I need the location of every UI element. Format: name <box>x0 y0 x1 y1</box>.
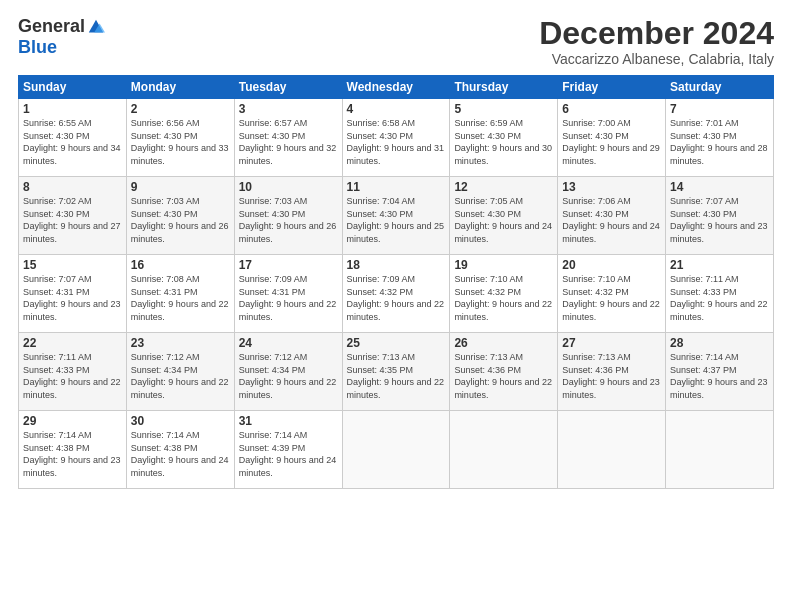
calendar-cell: 13 Sunrise: 7:06 AMSunset: 4:30 PMDaylig… <box>558 177 666 255</box>
day-number: 4 <box>347 102 446 116</box>
calendar-week-2: 8 Sunrise: 7:02 AMSunset: 4:30 PMDayligh… <box>19 177 774 255</box>
day-number: 6 <box>562 102 661 116</box>
day-number: 5 <box>454 102 553 116</box>
calendar-header-row: SundayMondayTuesdayWednesdayThursdayFrid… <box>19 76 774 99</box>
calendar-cell: 1 Sunrise: 6:55 AMSunset: 4:30 PMDayligh… <box>19 99 127 177</box>
day-info: Sunrise: 7:02 AMSunset: 4:30 PMDaylight:… <box>23 196 121 244</box>
day-info: Sunrise: 7:03 AMSunset: 4:30 PMDaylight:… <box>131 196 229 244</box>
day-info: Sunrise: 7:05 AMSunset: 4:30 PMDaylight:… <box>454 196 552 244</box>
calendar-header-monday: Monday <box>126 76 234 99</box>
day-number: 15 <box>23 258 122 272</box>
day-info: Sunrise: 7:07 AMSunset: 4:30 PMDaylight:… <box>670 196 768 244</box>
day-number: 1 <box>23 102 122 116</box>
calendar-cell: 31 Sunrise: 7:14 AMSunset: 4:39 PMDaylig… <box>234 411 342 489</box>
day-number: 22 <box>23 336 122 350</box>
day-info: Sunrise: 6:59 AMSunset: 4:30 PMDaylight:… <box>454 118 552 166</box>
calendar-header-tuesday: Tuesday <box>234 76 342 99</box>
calendar-cell: 5 Sunrise: 6:59 AMSunset: 4:30 PMDayligh… <box>450 99 558 177</box>
logo-icon <box>87 18 105 36</box>
calendar-cell: 2 Sunrise: 6:56 AMSunset: 4:30 PMDayligh… <box>126 99 234 177</box>
day-number: 17 <box>239 258 338 272</box>
day-info: Sunrise: 7:08 AMSunset: 4:31 PMDaylight:… <box>131 274 229 322</box>
calendar-cell: 14 Sunrise: 7:07 AMSunset: 4:30 PMDaylig… <box>666 177 774 255</box>
calendar-cell <box>666 411 774 489</box>
day-info: Sunrise: 7:01 AMSunset: 4:30 PMDaylight:… <box>670 118 768 166</box>
calendar-cell: 11 Sunrise: 7:04 AMSunset: 4:30 PMDaylig… <box>342 177 450 255</box>
day-info: Sunrise: 7:14 AMSunset: 4:37 PMDaylight:… <box>670 352 768 400</box>
day-number: 9 <box>131 180 230 194</box>
day-info: Sunrise: 7:12 AMSunset: 4:34 PMDaylight:… <box>131 352 229 400</box>
calendar-cell: 27 Sunrise: 7:13 AMSunset: 4:36 PMDaylig… <box>558 333 666 411</box>
day-info: Sunrise: 7:13 AMSunset: 4:36 PMDaylight:… <box>562 352 660 400</box>
subtitle: Vaccarizzo Albanese, Calabria, Italy <box>539 51 774 67</box>
calendar-cell: 4 Sunrise: 6:58 AMSunset: 4:30 PMDayligh… <box>342 99 450 177</box>
day-info: Sunrise: 7:03 AMSunset: 4:30 PMDaylight:… <box>239 196 337 244</box>
day-info: Sunrise: 7:13 AMSunset: 4:36 PMDaylight:… <box>454 352 552 400</box>
header: General Blue December 2024 Vaccarizzo Al… <box>18 16 774 67</box>
calendar-cell: 15 Sunrise: 7:07 AMSunset: 4:31 PMDaylig… <box>19 255 127 333</box>
day-info: Sunrise: 7:09 AMSunset: 4:31 PMDaylight:… <box>239 274 337 322</box>
calendar-cell: 29 Sunrise: 7:14 AMSunset: 4:38 PMDaylig… <box>19 411 127 489</box>
calendar-cell: 12 Sunrise: 7:05 AMSunset: 4:30 PMDaylig… <box>450 177 558 255</box>
day-number: 2 <box>131 102 230 116</box>
day-number: 28 <box>670 336 769 350</box>
calendar-cell: 24 Sunrise: 7:12 AMSunset: 4:34 PMDaylig… <box>234 333 342 411</box>
day-number: 12 <box>454 180 553 194</box>
day-number: 11 <box>347 180 446 194</box>
calendar-cell: 17 Sunrise: 7:09 AMSunset: 4:31 PMDaylig… <box>234 255 342 333</box>
day-number: 14 <box>670 180 769 194</box>
day-info: Sunrise: 7:10 AMSunset: 4:32 PMDaylight:… <box>454 274 552 322</box>
day-number: 3 <box>239 102 338 116</box>
logo-general: General <box>18 16 85 37</box>
title-block: December 2024 Vaccarizzo Albanese, Calab… <box>539 16 774 67</box>
day-number: 24 <box>239 336 338 350</box>
logo: General Blue <box>18 16 105 58</box>
day-info: Sunrise: 6:57 AMSunset: 4:30 PMDaylight:… <box>239 118 337 166</box>
calendar-cell: 26 Sunrise: 7:13 AMSunset: 4:36 PMDaylig… <box>450 333 558 411</box>
day-info: Sunrise: 7:14 AMSunset: 4:38 PMDaylight:… <box>131 430 229 478</box>
day-info: Sunrise: 6:55 AMSunset: 4:30 PMDaylight:… <box>23 118 121 166</box>
day-info: Sunrise: 7:06 AMSunset: 4:30 PMDaylight:… <box>562 196 660 244</box>
calendar-cell: 16 Sunrise: 7:08 AMSunset: 4:31 PMDaylig… <box>126 255 234 333</box>
day-number: 7 <box>670 102 769 116</box>
day-number: 21 <box>670 258 769 272</box>
page: General Blue December 2024 Vaccarizzo Al… <box>0 0 792 612</box>
calendar-cell: 3 Sunrise: 6:57 AMSunset: 4:30 PMDayligh… <box>234 99 342 177</box>
day-number: 23 <box>131 336 230 350</box>
calendar-header-thursday: Thursday <box>450 76 558 99</box>
calendar-cell: 10 Sunrise: 7:03 AMSunset: 4:30 PMDaylig… <box>234 177 342 255</box>
calendar-cell: 23 Sunrise: 7:12 AMSunset: 4:34 PMDaylig… <box>126 333 234 411</box>
day-info: Sunrise: 7:14 AMSunset: 4:39 PMDaylight:… <box>239 430 337 478</box>
calendar-cell: 8 Sunrise: 7:02 AMSunset: 4:30 PMDayligh… <box>19 177 127 255</box>
day-number: 29 <box>23 414 122 428</box>
calendar-cell: 30 Sunrise: 7:14 AMSunset: 4:38 PMDaylig… <box>126 411 234 489</box>
calendar-week-3: 15 Sunrise: 7:07 AMSunset: 4:31 PMDaylig… <box>19 255 774 333</box>
calendar-cell: 28 Sunrise: 7:14 AMSunset: 4:37 PMDaylig… <box>666 333 774 411</box>
day-info: Sunrise: 7:13 AMSunset: 4:35 PMDaylight:… <box>347 352 445 400</box>
calendar-header-saturday: Saturday <box>666 76 774 99</box>
day-number: 31 <box>239 414 338 428</box>
calendar-cell <box>558 411 666 489</box>
day-info: Sunrise: 7:07 AMSunset: 4:31 PMDaylight:… <box>23 274 121 322</box>
day-number: 18 <box>347 258 446 272</box>
day-info: Sunrise: 7:09 AMSunset: 4:32 PMDaylight:… <box>347 274 445 322</box>
day-info: Sunrise: 7:10 AMSunset: 4:32 PMDaylight:… <box>562 274 660 322</box>
day-info: Sunrise: 7:11 AMSunset: 4:33 PMDaylight:… <box>23 352 121 400</box>
calendar-cell: 20 Sunrise: 7:10 AMSunset: 4:32 PMDaylig… <box>558 255 666 333</box>
day-number: 26 <box>454 336 553 350</box>
calendar-table: SundayMondayTuesdayWednesdayThursdayFrid… <box>18 75 774 489</box>
calendar-week-5: 29 Sunrise: 7:14 AMSunset: 4:38 PMDaylig… <box>19 411 774 489</box>
day-info: Sunrise: 7:14 AMSunset: 4:38 PMDaylight:… <box>23 430 121 478</box>
day-info: Sunrise: 7:12 AMSunset: 4:34 PMDaylight:… <box>239 352 337 400</box>
day-number: 19 <box>454 258 553 272</box>
calendar-cell: 21 Sunrise: 7:11 AMSunset: 4:33 PMDaylig… <box>666 255 774 333</box>
day-info: Sunrise: 7:11 AMSunset: 4:33 PMDaylight:… <box>670 274 768 322</box>
calendar-cell: 9 Sunrise: 7:03 AMSunset: 4:30 PMDayligh… <box>126 177 234 255</box>
day-info: Sunrise: 6:58 AMSunset: 4:30 PMDaylight:… <box>347 118 445 166</box>
calendar-cell <box>342 411 450 489</box>
day-number: 30 <box>131 414 230 428</box>
day-info: Sunrise: 7:00 AMSunset: 4:30 PMDaylight:… <box>562 118 660 166</box>
day-info: Sunrise: 6:56 AMSunset: 4:30 PMDaylight:… <box>131 118 229 166</box>
calendar-header-wednesday: Wednesday <box>342 76 450 99</box>
day-info: Sunrise: 7:04 AMSunset: 4:30 PMDaylight:… <box>347 196 445 244</box>
